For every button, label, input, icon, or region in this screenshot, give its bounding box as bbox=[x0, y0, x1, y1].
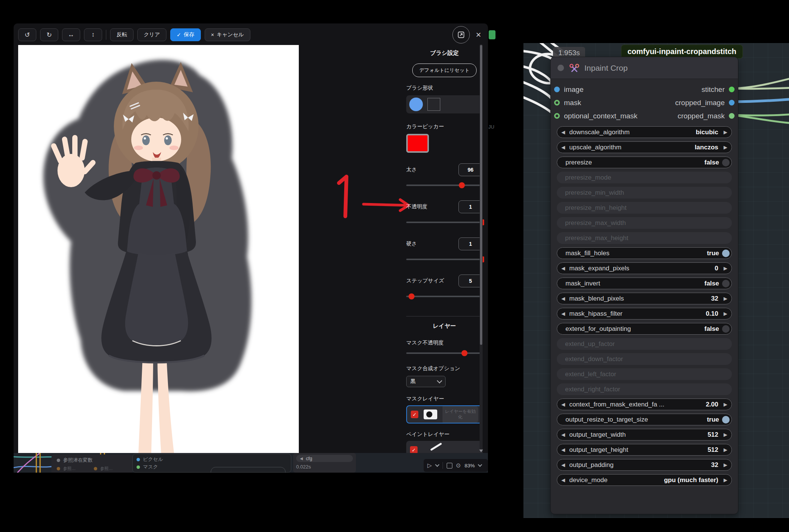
flip-vertical-button[interactable]: ↕ bbox=[84, 28, 102, 41]
rotate-ccw-button[interactable]: ↺ bbox=[18, 28, 36, 41]
widget-mask_expand_pixels[interactable]: ◀mask_expand_pixels0▶ bbox=[557, 262, 732, 274]
fit-view-button[interactable] bbox=[447, 463, 452, 468]
run-options-chevron[interactable] bbox=[435, 462, 439, 467]
widget-value: false bbox=[704, 159, 719, 166]
widget-preresize_min_width: preresize_min_width bbox=[557, 187, 732, 199]
toggle-knob[interactable] bbox=[722, 416, 730, 423]
widget-label: preresize_max_width bbox=[565, 219, 626, 227]
mask-layer-label: マスクレイヤー bbox=[406, 396, 483, 402]
increment-arrow-icon[interactable]: ▶ bbox=[723, 462, 728, 468]
input-slot-mask[interactable] bbox=[554, 100, 560, 105]
mask-opacity-slider[interactable] bbox=[406, 350, 483, 356]
scrollbar-down-arrow[interactable] bbox=[479, 450, 483, 452]
size-slider[interactable] bbox=[406, 182, 483, 188]
reset-default-button[interactable]: デフォルトにリセット bbox=[412, 64, 477, 77]
decrement-arrow-icon[interactable]: ◀ bbox=[561, 296, 566, 301]
increment-arrow-icon[interactable]: ▶ bbox=[723, 447, 728, 453]
mask-layer-row[interactable]: ✓ レイヤーを有効化 bbox=[406, 405, 483, 423]
widget-preresize[interactable]: preresizefalse bbox=[557, 157, 732, 168]
decrement-arrow-icon[interactable]: ◀ bbox=[561, 265, 566, 271]
collapse-dot[interactable] bbox=[558, 65, 564, 71]
toggle-knob[interactable] bbox=[722, 325, 730, 333]
panel-title: ブラシ設定 bbox=[406, 50, 483, 57]
widget-context_from_mask_extend_fa[interactable]: ◀context_from_mask_extend_fa ...2.00▶ bbox=[557, 399, 732, 410]
widget-mask_fill_holes[interactable]: mask_fill_holestrue bbox=[557, 247, 732, 259]
increment-arrow-icon[interactable]: ▶ bbox=[723, 311, 728, 316]
color-picker-label: カラーピッカー bbox=[406, 123, 483, 130]
widget-output_target_height[interactable]: ◀output_target_height512▶ bbox=[557, 444, 732, 456]
output-slot-stitcher[interactable] bbox=[729, 87, 735, 92]
enable-layer-button[interactable]: レイヤーを有効化 bbox=[443, 406, 478, 423]
widget-label: mask_hipass_filter bbox=[569, 310, 706, 318]
input-slot-optional_context_mask[interactable] bbox=[554, 113, 560, 119]
hardness-value-box[interactable]: 1 bbox=[458, 237, 483, 250]
zoom-chevron[interactable] bbox=[478, 462, 482, 467]
decrement-arrow-icon[interactable]: ◀ bbox=[561, 311, 566, 316]
mask-blend-dropdown[interactable]: 黒 bbox=[406, 376, 446, 387]
widget-extend_left_factor: extend_left_factor bbox=[557, 368, 732, 380]
hardness-slider[interactable] bbox=[406, 256, 483, 262]
input-slot-image[interactable] bbox=[554, 87, 560, 92]
widget-output_resize_to_target_size[interactable]: output_resize_to_target_sizetrue bbox=[557, 414, 732, 425]
decrement-arrow-icon[interactable]: ◀ bbox=[561, 447, 566, 453]
widget-mask_blend_pixels[interactable]: ◀mask_blend_pixels32▶ bbox=[557, 293, 732, 304]
flip-horizontal-button[interactable]: ↔ bbox=[62, 28, 80, 41]
widget-downscale_algorithm[interactable]: ◀downscale_algorithmbicubic▶ bbox=[557, 126, 732, 138]
comfyui-canvas[interactable]: 1.953s comfyui-inpaint-cropandstitch Inp… bbox=[523, 43, 789, 518]
output-slot-cropped_mask[interactable] bbox=[729, 113, 735, 119]
layers-title: レイヤー bbox=[406, 323, 483, 330]
opacity-value-box[interactable]: 1 bbox=[458, 200, 483, 213]
widget-extend_for_outpainting[interactable]: extend_for_outpaintingfalse bbox=[557, 323, 732, 335]
widget-mask_hipass_filter[interactable]: ◀mask_hipass_filter0.10▶ bbox=[557, 308, 732, 320]
widget-value: false bbox=[704, 325, 719, 333]
close-window-button[interactable]: × bbox=[476, 30, 481, 39]
widget-mask_invert[interactable]: mask_invertfalse bbox=[557, 278, 732, 289]
mask-layer-checkbox[interactable]: ✓ bbox=[411, 411, 418, 418]
panel-scrollbar[interactable] bbox=[480, 44, 483, 449]
increment-arrow-icon[interactable]: ▶ bbox=[723, 477, 728, 483]
node-header[interactable]: Inpaint Crop bbox=[551, 57, 738, 79]
step-size-value-box[interactable]: 5 bbox=[458, 275, 483, 287]
toggle-knob[interactable] bbox=[722, 250, 730, 257]
increment-arrow-icon[interactable]: ▶ bbox=[723, 129, 728, 135]
decrement-arrow-icon[interactable]: ◀ bbox=[561, 129, 566, 135]
size-value-box[interactable]: 96 bbox=[458, 163, 483, 176]
inpaint-crop-node[interactable]: Inpaint Crop imagestitchermaskcropped_im… bbox=[550, 57, 738, 514]
increment-arrow-icon[interactable]: ▶ bbox=[723, 432, 728, 437]
increment-arrow-icon[interactable]: ▶ bbox=[723, 296, 728, 301]
increment-arrow-icon[interactable]: ▶ bbox=[723, 402, 728, 407]
widget-output_padding[interactable]: ◀output_padding32▶ bbox=[557, 459, 732, 471]
widget-device_mode[interactable]: ◀device_modegpu (much faster)▶ bbox=[557, 474, 732, 486]
decrement-arrow-icon[interactable]: ◀ bbox=[561, 144, 566, 150]
rotate-cw-button[interactable]: ↻ bbox=[40, 28, 58, 41]
save-button[interactable]: ✓ 保存 bbox=[170, 28, 201, 41]
color-swatch[interactable] bbox=[406, 134, 429, 153]
increment-arrow-icon[interactable]: ▶ bbox=[723, 265, 728, 271]
widget-label: upscale_algorithm bbox=[569, 144, 695, 151]
paint-layer-row[interactable]: ✓ bbox=[406, 441, 483, 453]
paint-layer-checkbox[interactable]: ✓ bbox=[410, 446, 418, 453]
widget-output_target_width[interactable]: ◀output_target_width512▶ bbox=[557, 429, 732, 440]
focus-button[interactable]: ⊙ bbox=[456, 462, 461, 469]
opacity-slider[interactable] bbox=[406, 219, 483, 225]
clear-button[interactable]: クリア bbox=[137, 28, 166, 41]
decrement-arrow-icon[interactable]: ◀ bbox=[561, 462, 566, 468]
invert-button[interactable]: 反転 bbox=[110, 28, 134, 41]
zoom-level[interactable]: 83% bbox=[464, 463, 475, 468]
output-slot-cropped_image[interactable] bbox=[729, 100, 735, 105]
widget-upscale_algorithm[interactable]: ◀upscale_algorithmlanczos▶ bbox=[557, 141, 732, 153]
brush-shape-square-option[interactable] bbox=[427, 98, 440, 111]
increment-arrow-icon[interactable]: ▶ bbox=[723, 144, 728, 150]
toggle-knob[interactable] bbox=[722, 280, 730, 287]
run-button[interactable]: ▷ bbox=[427, 462, 432, 469]
decrement-arrow-icon[interactable]: ◀ bbox=[561, 432, 566, 437]
decrement-arrow-icon[interactable]: ◀ bbox=[561, 477, 566, 483]
decrement-arrow-icon[interactable]: ◀ bbox=[561, 402, 566, 407]
step-size-slider[interactable] bbox=[406, 293, 483, 299]
check-icon: ✓ bbox=[177, 32, 181, 38]
cancel-button[interactable]: × キャンセル bbox=[205, 28, 250, 41]
toggle-knob[interactable] bbox=[722, 159, 730, 166]
toolbar-divider bbox=[106, 30, 106, 40]
brush-shape-circle-option[interactable] bbox=[409, 98, 423, 111]
image-canvas[interactable] bbox=[18, 45, 299, 453]
